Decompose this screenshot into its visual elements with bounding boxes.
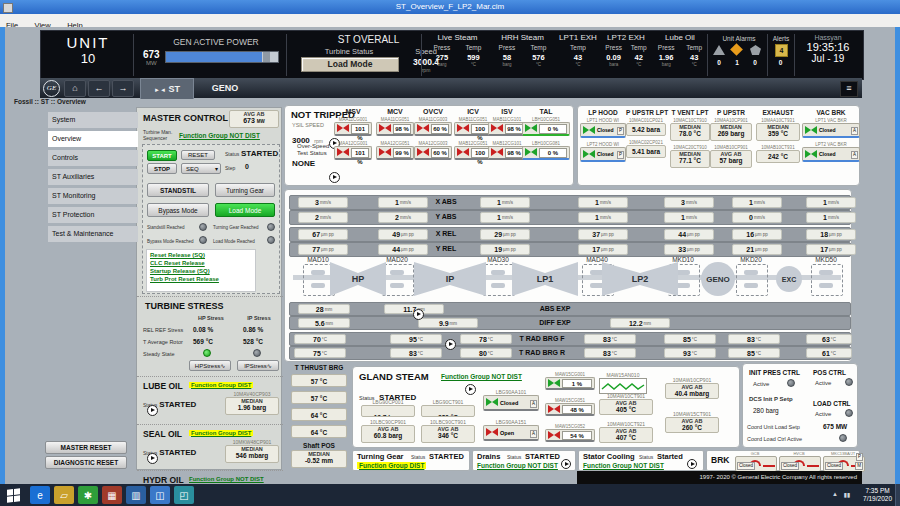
vib-value-cell[interactable]: 67µm pp	[298, 229, 348, 240]
sidebar-item-system[interactable]: System	[48, 112, 138, 128]
reset-button[interactable]: RESET	[181, 150, 215, 160]
tg-fg-link[interactable]: Function Group DIST	[357, 462, 426, 469]
oil-fg-link[interactable]: Function Group DIST	[189, 430, 253, 436]
temp-value-cell[interactable]: 80°C	[460, 348, 512, 358]
alarm-pentagon-icon[interactable]	[750, 45, 761, 55]
valve-widget[interactable]: 98 %	[488, 146, 526, 160]
breaker-hvcb[interactable]: HVCBClosed	[779, 451, 819, 471]
vib-value-cell[interactable]: 33µm pp	[664, 244, 714, 255]
tab-geno[interactable]: GENO	[200, 78, 250, 98]
temp-value-cell[interactable]: 83°C	[584, 348, 636, 358]
overspeed-play-button-2[interactable]	[329, 172, 340, 183]
maw-valve-1[interactable]: MAW15CG05148 %	[545, 398, 595, 416]
vib-value-cell[interactable]: 1mm/s	[378, 197, 428, 208]
valve-widget[interactable]: 98 %	[376, 122, 414, 136]
maw-valve-2[interactable]: MAW15CG05254 %	[545, 424, 595, 442]
exp-value-cell[interactable]: 12.2mm	[610, 318, 670, 328]
bypass-mode-button[interactable]: Bypass Mode	[147, 203, 209, 217]
mc-link-1[interactable]: CLC Reset Release	[150, 260, 252, 266]
forward-icon[interactable]: →	[112, 80, 134, 97]
sidebar-item-st-auxiliaries[interactable]: ST Auxiliaries	[48, 169, 138, 185]
breaker-gcb[interactable]: GCBClosed	[735, 451, 775, 471]
sidebar-item-controls[interactable]: Controls	[48, 150, 138, 166]
gland-play-button[interactable]	[465, 384, 476, 395]
vib-value-cell[interactable]: 17µm pp	[806, 244, 856, 255]
vib-value-cell[interactable]: 1mm/s	[732, 197, 782, 208]
window-titlebar[interactable]: ST_Overview_F_LP2_Mar.cim	[0, 0, 900, 14]
app-red-icon[interactable]: ▦	[102, 486, 122, 504]
temp-value-cell[interactable]: 93°C	[664, 348, 716, 358]
vib-value-cell[interactable]: 1mm/s	[806, 197, 856, 208]
oil-fg-link[interactable]: Function Group DIST	[189, 382, 253, 388]
vib-value-cell[interactable]: 1mm/s	[480, 212, 530, 223]
sidebar-item-test-maintenance[interactable]: Test & Maintenance	[48, 226, 138, 242]
alarm-triangle-icon[interactable]	[713, 45, 725, 55]
temp-value-cell[interactable]: 85°C	[664, 334, 716, 344]
vib-value-cell[interactable]: 44µm pp	[664, 229, 714, 240]
tab-st[interactable]: ►◄ ST	[140, 78, 194, 99]
turning-gear-button[interactable]: Turning Gear	[215, 183, 275, 197]
ge-logo[interactable]: GE	[43, 80, 60, 97]
stop-button[interactable]: STOP	[147, 163, 177, 174]
stator-fg-link[interactable]: Function Group NOT DIST	[583, 462, 664, 469]
valve-widget[interactable]: 0 %	[522, 122, 570, 136]
temp-value-cell[interactable]: 75°C	[294, 348, 346, 358]
oil-play-button[interactable]	[147, 453, 158, 464]
oil-play-button[interactable]	[147, 405, 158, 416]
app-chart-icon[interactable]: ▥	[126, 486, 146, 504]
exp-play-button[interactable]	[413, 309, 424, 320]
app-blue-icon[interactable]: ◫	[150, 486, 170, 504]
mc-function-group-link[interactable]: Function Group NOT DIST	[179, 132, 260, 139]
gland-wave-widget[interactable]: MAW15AN010	[599, 372, 647, 394]
temp-value-cell[interactable]: 78°C	[460, 334, 512, 344]
valve-widget[interactable]: 98 %	[488, 122, 526, 136]
valve-widget[interactable]: 60 %	[414, 122, 452, 136]
temp-value-cell[interactable]: 83°C	[728, 334, 780, 344]
vib-value-cell[interactable]: 18µm pp	[806, 229, 856, 240]
vib-value-cell[interactable]: 3mm/s	[664, 197, 714, 208]
hpstress-button[interactable]: HPStress∿	[189, 360, 231, 371]
exp-value-cell[interactable]: 9.9mm	[418, 318, 478, 328]
app-teal-icon[interactable]: ◰	[174, 486, 194, 504]
vib-value-cell[interactable]: 2mm/s	[378, 212, 428, 223]
exp-value-cell[interactable]: 28mm	[298, 304, 350, 314]
vib-value-cell[interactable]: 1mm/s	[578, 212, 628, 223]
vib-value-cell[interactable]: 1mm/s	[480, 197, 530, 208]
taskbar-clock[interactable]: 7:35 PM 7/19/2020	[863, 487, 892, 503]
alerts-badge[interactable]: 4	[775, 44, 788, 57]
valve-widget[interactable]: 101 %	[334, 122, 372, 136]
turbine-section-geno[interactable]: GENO	[701, 262, 735, 296]
sidebar-item-st-monitoring[interactable]: ST Monitoring	[48, 188, 138, 204]
drains-play-button[interactable]	[561, 459, 571, 469]
exp-value-cell[interactable]: 5.6mm	[298, 318, 350, 328]
valve-widget[interactable]: 101 %	[334, 146, 372, 160]
valve-unit[interactable]: LPT1 VAC BKRClosedA	[802, 118, 860, 138]
vib-value-cell[interactable]: 0mm/s	[732, 212, 782, 223]
bearing-box-mkd20[interactable]	[736, 264, 768, 296]
vib-value-cell[interactable]: 3mm/s	[298, 197, 348, 208]
vib-value-cell[interactable]: 37µm pp	[578, 229, 628, 240]
temp-value-cell[interactable]: 95°C	[390, 334, 442, 344]
gland-valve-2[interactable]: LBG90AA151 OpenA	[483, 419, 539, 441]
start-button[interactable]	[3, 486, 23, 504]
gland-fg-link[interactable]: Function Group NOT DIST	[441, 373, 522, 380]
vib-value-cell[interactable]: 17µm pp	[578, 244, 628, 255]
valve-unit[interactable]: LPT2 VAC BKRClosedA	[802, 142, 860, 162]
start-button[interactable]: START	[147, 150, 177, 161]
drains-fg-link[interactable]: Function Group NOT DIST	[477, 462, 558, 469]
vib-value-cell[interactable]: 21µm pp	[732, 244, 782, 255]
sidebar-item-st-protection[interactable]: ST Protection	[48, 207, 138, 223]
temp-value-cell[interactable]: 63°C	[806, 334, 852, 344]
back-icon[interactable]: ←	[88, 80, 110, 97]
cimplicity-icon[interactable]: ✱	[78, 486, 98, 504]
valve-widget[interactable]: 60 %	[414, 146, 452, 160]
home-icon[interactable]: ⌂	[64, 80, 86, 97]
valve-widget[interactable]: 100 %	[454, 122, 492, 136]
turbine-section-exc[interactable]: EXC	[776, 266, 802, 292]
temp-value-cell[interactable]: 70°C	[294, 334, 346, 344]
vib-value-cell[interactable]: 49µm pp	[378, 229, 428, 240]
vib-value-cell[interactable]: 1mm/s	[664, 212, 714, 223]
alarm-diamond-icon[interactable]	[730, 43, 743, 56]
oil-fg-link[interactable]: Function Group NOT DIST	[189, 476, 264, 482]
tray-network-icon[interactable]: ▮▮	[843, 491, 850, 498]
